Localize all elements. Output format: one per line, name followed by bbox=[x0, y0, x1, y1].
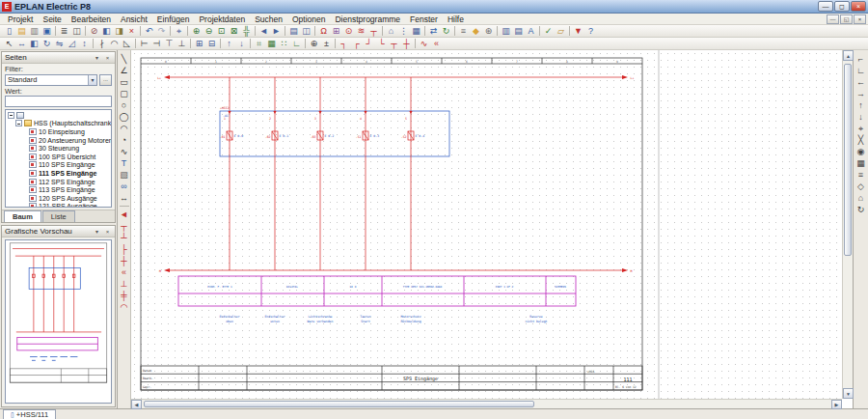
spline-icon[interactable]: ∿ bbox=[118, 146, 130, 157]
panel-pin-icon[interactable]: ▾ bbox=[93, 227, 101, 236]
text-icon[interactable]: T bbox=[118, 157, 130, 169]
corner-down-right-icon[interactable]: ┌ bbox=[350, 38, 363, 49]
align-left-icon[interactable]: ⊢ bbox=[138, 38, 150, 49]
snap-left-icon[interactable]: ← bbox=[854, 76, 867, 88]
chamfer-icon[interactable]: ◺ bbox=[121, 38, 133, 49]
pdf-export-icon[interactable]: ▼ bbox=[572, 25, 584, 37]
graphical-preview-icon[interactable]: ◫ bbox=[300, 25, 312, 37]
pan-icon[interactable]: ╬ bbox=[240, 25, 253, 37]
corner-up-right-icon[interactable]: └ bbox=[375, 38, 388, 49]
schematic-canvas[interactable]: 0 1 2 3 4 5 6 7 8 9 L+ bbox=[131, 50, 842, 399]
scroll-right-icon[interactable]: ▶ bbox=[831, 400, 842, 409]
mdi-minimize-button[interactable]: — bbox=[827, 14, 839, 24]
grid-display-icon[interactable]: ▦ bbox=[265, 38, 278, 49]
maximize-button[interactable]: ◻ bbox=[834, 1, 850, 12]
to-front-icon[interactable]: ↑ bbox=[223, 38, 235, 49]
vertical-scrollbar[interactable]: ▲ ▼ bbox=[842, 50, 853, 399]
move-icon[interactable]: ↔ bbox=[15, 38, 28, 49]
minimize-button[interactable]: — bbox=[818, 1, 833, 12]
parts-list-icon[interactable]: ▤ bbox=[512, 25, 525, 37]
menu-item-ansicht[interactable]: Ansicht bbox=[116, 14, 152, 24]
ruler-icon[interactable]: ≡ bbox=[854, 169, 867, 181]
group-icon[interactable]: ⊞ bbox=[193, 38, 205, 49]
copy-graphic-icon[interactable]: ◧ bbox=[28, 38, 41, 49]
settings-icon[interactable]: ⊛ bbox=[482, 25, 495, 37]
copy-icon[interactable]: ◧ bbox=[100, 25, 113, 37]
to-back-icon[interactable]: ↓ bbox=[235, 38, 248, 49]
filter-more-button[interactable]: ... bbox=[99, 74, 112, 86]
page-navigator-icon[interactable]: ▤ bbox=[287, 25, 300, 37]
increment-icon[interactable]: ± bbox=[320, 38, 333, 49]
preview-canvas[interactable] bbox=[5, 239, 112, 404]
insert-symbol-icon[interactable]: Ω bbox=[317, 25, 330, 37]
align-bottom-icon[interactable]: ⊥ bbox=[176, 38, 188, 49]
open-project-icon[interactable]: ▤ bbox=[15, 25, 28, 37]
angle-snap-icon[interactable]: ∟ bbox=[854, 65, 867, 76]
horizontal-scrollbar[interactable]: ◀ ▶ bbox=[131, 399, 842, 408]
redo-icon[interactable]: ↷ bbox=[155, 25, 168, 37]
save-icon[interactable]: ▣ bbox=[41, 25, 53, 37]
rounded-rectangle-icon[interactable]: ▢ bbox=[118, 88, 130, 99]
tree-item-page[interactable]: 100 SPS Übersicht bbox=[6, 153, 111, 161]
filter-combobox[interactable]: Standard ▾ bbox=[5, 74, 97, 86]
wert-input[interactable] bbox=[5, 96, 112, 107]
previous-page-icon[interactable]: ◄ bbox=[258, 25, 270, 37]
center-snap-icon[interactable]: ⌖ bbox=[854, 123, 867, 134]
potential-rail-top[interactable]: L+ L+ bbox=[157, 75, 634, 80]
snap-icon[interactable]: ∷ bbox=[278, 38, 290, 49]
trim-icon[interactable]: ∤ bbox=[95, 38, 108, 49]
insert-cable-icon[interactable]: ≋ bbox=[355, 25, 367, 37]
image-icon[interactable]: ▧ bbox=[118, 169, 130, 181]
print-preview-icon[interactable]: ◫ bbox=[70, 25, 83, 37]
panel-close-icon[interactable]: × bbox=[103, 53, 112, 62]
mdi-restore-button[interactable]: ◱ bbox=[840, 14, 853, 24]
tree-item-page[interactable]: 120 SPS Ausgänge bbox=[6, 194, 111, 203]
check-project-icon[interactable]: ✓ bbox=[542, 25, 555, 37]
window-icon[interactable]: ⌂ bbox=[854, 192, 867, 204]
potential-tracking-icon[interactable]: ∿ bbox=[418, 38, 430, 49]
dimension-icon[interactable]: ↔ bbox=[118, 192, 130, 204]
potential-rail-bottom[interactable]: M M bbox=[159, 268, 632, 273]
undo-icon[interactable]: ↶ bbox=[143, 25, 155, 37]
translate-icon[interactable]: A bbox=[525, 25, 537, 37]
device-navigator-icon[interactable]: ⌂ bbox=[385, 25, 397, 37]
insert-terminal-icon[interactable]: ⊙ bbox=[342, 25, 355, 37]
zoom-in-icon[interactable]: ⊕ bbox=[190, 25, 203, 37]
scroll-up-icon[interactable]: ▲ bbox=[843, 50, 854, 61]
terminal-navigator-icon[interactable]: ⋮ bbox=[397, 25, 410, 37]
object-snap-icon[interactable]: ◉ bbox=[854, 146, 867, 157]
help-icon[interactable]: ? bbox=[584, 25, 597, 37]
t-node-right-icon[interactable]: ├ bbox=[118, 243, 130, 255]
select-icon[interactable]: ↖ bbox=[3, 38, 15, 49]
update-connections-icon[interactable]: ↻ bbox=[440, 25, 452, 37]
corner-down-left-icon[interactable]: ┐ bbox=[338, 38, 350, 49]
align-top-icon[interactable]: ⊤ bbox=[163, 38, 176, 49]
cable-definition-icon[interactable]: ╪ bbox=[118, 290, 130, 301]
cross-reference-icon[interactable]: ⇄ bbox=[427, 25, 440, 37]
shield-icon[interactable]: ◠ bbox=[118, 301, 130, 313]
connection-point-arrow-icon[interactable]: ◄ bbox=[118, 209, 130, 220]
title-block[interactable]: Datum Bearb. Gepr. SPS Eingänge +HSS 111… bbox=[141, 366, 642, 390]
sector-icon[interactable]: ◔ bbox=[118, 134, 130, 146]
tree-item-page[interactable]: 10 Einspeisung bbox=[6, 127, 111, 136]
ellipse-icon[interactable]: ◯ bbox=[118, 111, 130, 123]
ungroup-icon[interactable]: ⊟ bbox=[205, 38, 218, 49]
cross-connection-icon[interactable]: ┼ bbox=[400, 38, 413, 49]
hyperlink-icon[interactable]: ∞ bbox=[118, 181, 130, 192]
scale-icon[interactable]: ◿ bbox=[66, 38, 78, 49]
corner-up-left-icon[interactable]: ┘ bbox=[363, 38, 375, 49]
tree-item-page[interactable]: 110 SPS Eingänge bbox=[6, 161, 111, 170]
delete-icon[interactable]: × bbox=[125, 25, 138, 37]
tab-liste[interactable]: Liste bbox=[42, 210, 75, 222]
tree-item-page[interactable]: 113 SPS Eingänge bbox=[6, 185, 111, 194]
plc-card-box[interactable]: +HSS1 -A1 bbox=[220, 106, 449, 157]
tree-item-page[interactable]: 121 SPS Ausgänge bbox=[6, 203, 111, 208]
messages-icon[interactable]: ▱ bbox=[555, 25, 567, 37]
menu-item-projekt[interactable]: Projekt bbox=[3, 14, 38, 24]
scroll-left-icon[interactable]: ◀ bbox=[131, 400, 142, 409]
vertical-scroll-thumb[interactable] bbox=[844, 64, 852, 256]
properties-icon[interactable]: ◆ bbox=[470, 25, 482, 37]
t-node-icon[interactable]: ┬ bbox=[388, 38, 400, 49]
menu-item-optionen[interactable]: Optionen bbox=[287, 14, 331, 24]
menu-item-fenster[interactable]: Fenster bbox=[405, 14, 443, 24]
